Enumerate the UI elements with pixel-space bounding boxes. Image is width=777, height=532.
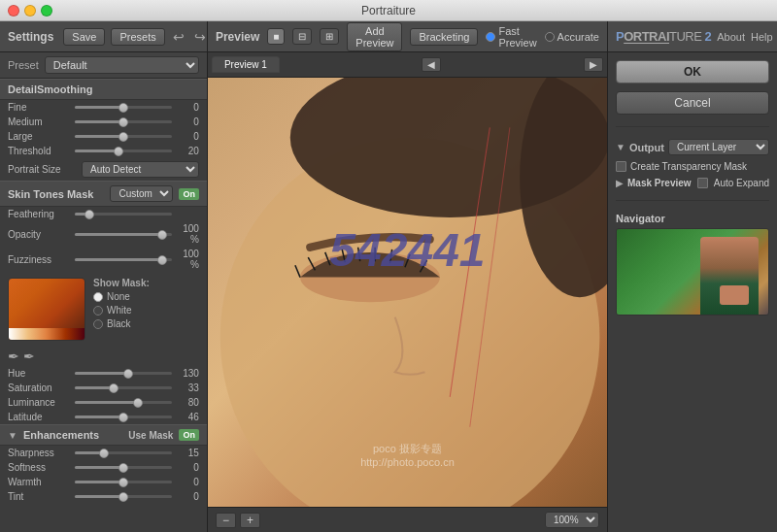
mask-preview-label[interactable]: Mask Preview	[627, 178, 692, 188]
overlay-watermark-code: 542441	[329, 222, 485, 276]
window-controls[interactable]	[8, 5, 52, 17]
preview-next-button[interactable]: ▶	[584, 57, 603, 72]
fuzziness-value: 100 %	[176, 249, 199, 270]
opacity-value: 100 %	[176, 223, 199, 245]
medium-track[interactable]	[75, 120, 172, 123]
create-transparency-checkbox[interactable]	[616, 161, 626, 172]
preview-tab-1[interactable]: Preview 1	[212, 56, 280, 73]
presets-button[interactable]: Presets	[111, 28, 164, 46]
mask-black-radio[interactable]: Black	[93, 318, 150, 329]
threshold-track[interactable]	[75, 150, 172, 152]
latitude-value: 46	[176, 412, 199, 422]
eyedropper-icon2[interactable]: ✒	[23, 349, 35, 364]
threshold-label: Threshold	[8, 146, 71, 156]
output-select[interactable]: Current Layer New Layer	[668, 139, 769, 155]
opacity-slider-row: Opacity 100 %	[0, 221, 207, 247]
mask-none-label: None	[107, 291, 130, 302]
large-label: Large	[8, 131, 71, 142]
close-button[interactable]	[8, 5, 19, 17]
sharpness-track[interactable]	[75, 451, 172, 454]
redo-button[interactable]: ↪	[192, 29, 208, 45]
zoom-select[interactable]: 100% 50% 200%	[545, 512, 599, 528]
navigator-label: Navigator	[616, 213, 769, 224]
add-preview-button[interactable]: Add Preview	[347, 22, 402, 51]
app-title: Portraiture	[361, 4, 416, 17]
mask-preview-row: ▶ Mask Preview Auto Expand	[616, 178, 769, 188]
large-value: 0	[176, 131, 199, 142]
zoom-out-button[interactable]: −	[216, 513, 236, 528]
maximize-button[interactable]	[41, 5, 52, 17]
mask-none-radio[interactable]: None	[93, 291, 150, 302]
fine-slider-row: Fine 0	[0, 100, 207, 115]
portraiture-logo: PORTRAITURE 2	[616, 29, 711, 44]
medium-label: Medium	[8, 116, 71, 127]
skin-tones-custom-select[interactable]: Custom	[110, 185, 173, 202]
opacity-label: Opacity	[8, 229, 71, 240]
single-view-button[interactable]: ■	[267, 28, 285, 45]
output-triangle: ▼	[616, 142, 625, 152]
softness-track[interactable]	[75, 466, 172, 469]
multi-view-button[interactable]: ⊞	[320, 28, 339, 45]
separator-2	[616, 200, 769, 201]
tint-slider-row: Tint 0	[0, 489, 207, 504]
latitude-label: Latitude	[8, 412, 71, 422]
right-content: OK Cancel ▼ Output Current Layer New Lay…	[608, 52, 777, 532]
preview-prev-button[interactable]: ◀	[422, 57, 441, 72]
fast-preview-dot	[486, 32, 495, 42]
mask-white-dot	[93, 306, 103, 316]
preview-label: Preview	[216, 30, 259, 44]
split-view-button[interactable]: ⊟	[292, 28, 312, 45]
undo-button[interactable]: ↩	[171, 29, 186, 45]
accurate-radio[interactable]: Accurate	[545, 31, 599, 43]
portrait-size-select[interactable]: Auto Detect	[82, 161, 199, 178]
luminance-track[interactable]	[75, 401, 172, 404]
create-transparency-row: Create Transparency Mask	[616, 159, 769, 174]
zoom-in-button[interactable]: +	[240, 513, 260, 528]
sharpness-slider-row: Sharpness 15	[0, 446, 207, 460]
saturation-track[interactable]	[75, 386, 172, 389]
softness-slider-row: Softness 0	[0, 460, 207, 475]
cancel-button[interactable]: Cancel	[616, 91, 769, 115]
auto-expand-checkbox[interactable]	[697, 178, 708, 188]
opacity-track[interactable]	[75, 233, 172, 236]
left-toolbar: Settings Save Presets ↩ ↪	[0, 21, 207, 52]
output-section: ▼ Output Current Layer New Layer Create …	[616, 139, 769, 188]
collapse-icon: ▼	[8, 430, 17, 441]
fuzziness-track[interactable]	[75, 258, 172, 261]
minimize-button[interactable]	[24, 5, 36, 17]
fine-track[interactable]	[75, 106, 172, 109]
softness-value: 0	[176, 462, 199, 473]
ok-button[interactable]: OK	[616, 60, 769, 83]
hue-track[interactable]	[75, 372, 172, 375]
latitude-track[interactable]	[75, 416, 172, 418]
feathering-track[interactable]	[75, 213, 172, 216]
enhancements-header: ▼ Enhancements Use Mask On	[0, 424, 207, 446]
large-slider-row: Large 0	[0, 129, 207, 144]
navigator-thumbnail[interactable]	[616, 228, 769, 316]
preview-tab-bar: Preview 1 ◀ ▶	[208, 52, 607, 78]
about-button[interactable]: About	[717, 31, 745, 43]
color-swatch[interactable]	[8, 278, 85, 341]
tint-track[interactable]	[75, 495, 172, 498]
bracketing-button[interactable]: Bracketing	[410, 28, 478, 46]
logo-part2: TURE	[669, 29, 701, 44]
detail-smoothing-header: DetailSmoothing	[0, 79, 207, 100]
mask-white-radio[interactable]: White	[93, 305, 150, 316]
eyedropper-icon1[interactable]: ✒	[8, 349, 19, 364]
warmth-track[interactable]	[75, 481, 172, 483]
help-button[interactable]: Help	[751, 31, 773, 43]
large-track[interactable]	[75, 135, 172, 138]
latitude-slider-row: Latitude 46	[0, 410, 207, 424]
skin-tones-label: Skin Tones Mask	[8, 188, 93, 200]
left-content: DetailSmoothing Fine 0 Medium 0 Large	[0, 79, 207, 532]
save-button[interactable]: Save	[63, 28, 105, 46]
fast-preview-radio[interactable]: Fast Preview	[486, 25, 536, 49]
medium-slider-row: Medium 0	[0, 115, 207, 129]
preset-select[interactable]: Default	[45, 56, 199, 74]
hue-slider-row: Hue 130	[0, 366, 207, 381]
feathering-slider-row: Feathering	[0, 207, 207, 221]
right-panel: PORTRAITURE 2 About Help OK Cancel ▼ Out…	[607, 21, 777, 532]
preset-label: Preset	[8, 59, 39, 71]
feathering-label: Feathering	[8, 209, 71, 219]
hue-label: Hue	[8, 368, 71, 379]
